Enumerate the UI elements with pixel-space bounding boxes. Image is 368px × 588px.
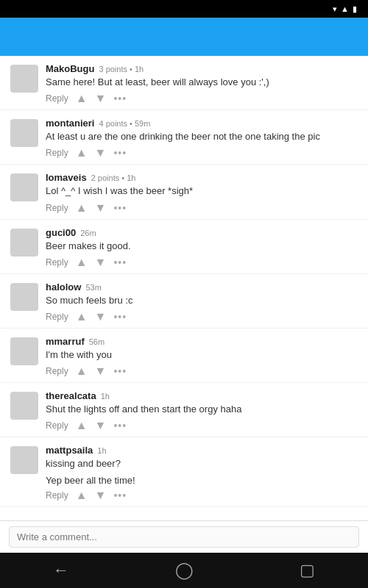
comment-body: guci0026mBeer makes it good.Reply▲▼••• (46, 227, 358, 269)
upvote-button[interactable]: ▲ (76, 489, 88, 502)
more-options-button[interactable]: ••• (113, 257, 127, 268)
avatar (10, 392, 38, 420)
upvote-button[interactable]: ▲ (76, 201, 88, 215)
comment-body: halolow53mSo much feels bru :cReply▲▼••• (46, 282, 358, 323)
comment-username: mattpsaila (46, 445, 93, 456)
downvote-button[interactable]: ▼ (95, 489, 107, 502)
comment-input-bar (0, 520, 368, 553)
downvote-button[interactable]: ▼ (95, 146, 107, 159)
comment-item: therealcata1hShut the lights off and the… (0, 383, 368, 437)
reply-button[interactable]: Reply (46, 148, 68, 158)
avatar (10, 65, 38, 93)
avatar (10, 119, 38, 147)
comment-item: mmarruf56mI'm the with youReply▲▼••• (0, 329, 368, 383)
comment-item: halolow53mSo much feels bru :cReply▲▼••• (0, 274, 368, 329)
comment-body: montanieri4 points • 59mAt least u are t… (46, 118, 358, 159)
back-nav-icon[interactable]: ← (53, 561, 69, 580)
nav-bar: ← ◯ ▢ (0, 553, 368, 588)
comment-text: Same here! But at least, beer will alway… (46, 76, 358, 89)
avatar (10, 337, 38, 365)
downvote-button[interactable]: ▼ (95, 92, 107, 105)
wifi-icon: ▾ (333, 4, 337, 14)
reply-button[interactable]: Reply (46, 93, 68, 104)
reply-button[interactable]: Reply (46, 257, 68, 268)
reply-button[interactable]: Reply (46, 312, 68, 322)
avatar (10, 446, 38, 474)
avatar (10, 173, 38, 201)
more-options-button[interactable]: ••• (113, 93, 127, 104)
recents-nav-icon[interactable]: ▢ (300, 561, 315, 580)
comment-text: At least u are the one drinking the beer… (46, 130, 358, 143)
upvote-button[interactable]: ▲ (76, 310, 88, 323)
comment-username: halolow (46, 282, 81, 293)
comment-username: MakoBugu (46, 63, 94, 74)
comment-meta: 1h (97, 446, 106, 455)
reply-button[interactable]: Reply (46, 203, 68, 213)
more-options-button[interactable]: ••• (113, 490, 127, 501)
upvote-button[interactable]: ▲ (76, 256, 88, 269)
comment-text: I'm the with you (46, 348, 358, 362)
upvote-button[interactable]: ▲ (76, 92, 88, 105)
comment-meta: 2 points • 1h (91, 173, 136, 182)
comment-username: lomaveis (46, 172, 87, 183)
comment-meta: 4 points • 59m (99, 119, 150, 128)
comment-text: Lol ^_^ I wish I was the beer *sigh* (46, 184, 358, 198)
comment-meta: 56m (89, 337, 105, 346)
comment-body: mmarruf56mI'm the with youReply▲▼••• (46, 336, 358, 378)
reply-button[interactable]: Reply (46, 366, 68, 376)
comment-item: lomaveis2 points • 1hLol ^_^ I wish I wa… (0, 165, 368, 219)
comment-username: montanieri (46, 118, 94, 129)
comment-body: therealcata1hShut the lights off and the… (46, 390, 358, 432)
comment-meta: 53m (85, 283, 101, 292)
reply-button[interactable]: Reply (46, 420, 68, 431)
signal-icon: ▲ (341, 4, 349, 13)
upvote-button[interactable]: ▲ (76, 419, 88, 432)
comment-text: Beer makes it good. (46, 240, 358, 253)
comment-username: guci00 (46, 227, 76, 238)
comment-body: lomaveis2 points • 1hLol ^_^ I wish I wa… (46, 172, 358, 214)
upvote-button[interactable]: ▲ (76, 365, 88, 378)
comment-meta: 3 points • 1h (99, 65, 144, 74)
upvote-button[interactable]: ▲ (76, 146, 88, 159)
home-nav-icon[interactable]: ◯ (175, 561, 194, 580)
comment-item: mattpsaila1hkissing and beer?Yep beer al… (0, 437, 368, 506)
downvote-button[interactable]: ▼ (95, 365, 107, 378)
comment-username: mmarruf (46, 336, 85, 347)
comment-username: therealcata (46, 390, 96, 401)
comment-body: mattpsaila1hkissing and beer?Yep beer al… (46, 445, 358, 501)
status-bar: ▾ ▲ ▮ (0, 0, 368, 18)
comment-subtext: Yep beer all the time! (46, 474, 358, 487)
comment-text: So much feels bru :c (46, 294, 358, 307)
more-options-button[interactable]: ••• (113, 311, 127, 323)
comment-item: guci0026mBeer makes it good.Reply▲▼••• (0, 220, 368, 274)
more-options-button[interactable]: ••• (113, 147, 127, 159)
comments-list: MakoBugu3 points • 1hSame here! But at l… (0, 56, 368, 520)
avatar (10, 283, 38, 311)
comment-item: MakoBugu3 points • 1hSame here! But at l… (0, 56, 368, 110)
comment-text: kissing and beer? (46, 457, 358, 470)
comment-input[interactable] (9, 526, 359, 548)
downvote-button[interactable]: ▼ (95, 310, 107, 323)
battery-icon: ▮ (353, 4, 357, 14)
comment-text: Shut the lights off and then start the o… (46, 403, 358, 416)
downvote-button[interactable]: ▼ (95, 419, 107, 432)
downvote-button[interactable]: ▼ (95, 201, 107, 215)
comment-meta: 1h (101, 392, 110, 401)
downvote-button[interactable]: ▼ (95, 256, 107, 269)
more-options-button[interactable]: ••• (113, 420, 127, 431)
reply-button[interactable]: Reply (46, 490, 68, 501)
more-options-button[interactable]: ••• (113, 202, 127, 214)
more-options-button[interactable]: ••• (113, 365, 127, 377)
comment-body: MakoBugu3 points • 1hSame here! But at l… (46, 63, 358, 105)
avatar (10, 229, 38, 257)
comment-meta: 26m (80, 229, 96, 237)
comment-item: montanieri4 points • 59mAt least u are t… (0, 110, 368, 165)
app-bar (0, 18, 368, 56)
